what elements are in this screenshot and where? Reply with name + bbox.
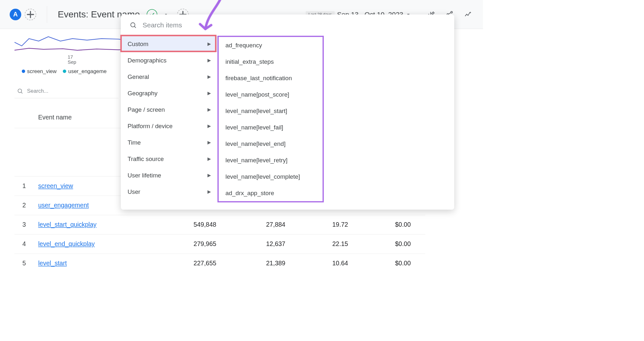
divider — [47, 6, 47, 23]
sparkline-insights-icon — [464, 11, 472, 18]
user-avatar[interactable]: A — [10, 9, 21, 20]
chevron-right-icon: ▶ — [207, 90, 211, 96]
table-search[interactable]: Search... — [14, 84, 119, 98]
category-platform-device[interactable]: Platform / device▶ — [121, 118, 217, 134]
dimension-option[interactable]: initial_extra_steps — [219, 53, 323, 70]
dimension-option[interactable]: level_name[level_start] — [219, 103, 323, 119]
dimension-option[interactable]: level_name[level_end] — [219, 136, 323, 152]
search-icon — [130, 22, 137, 29]
category-page-screen[interactable]: Page / screen▶ — [121, 101, 217, 118]
insights-button[interactable] — [463, 9, 473, 20]
category-list: Custom▶ Demographics▶ General▶ Geography… — [121, 36, 217, 203]
event-link[interactable]: screen_view — [38, 182, 73, 190]
category-general[interactable]: General▶ — [121, 69, 217, 85]
table-row: 3 level_start_quickplay 549,848 27,884 1… — [14, 215, 425, 234]
dimension-picker-popover: Search items Custom▶ Demographics▶ Gener… — [121, 14, 454, 210]
chevron-right-icon: ▶ — [207, 41, 211, 47]
event-link[interactable]: level_start_quickplay — [38, 221, 97, 228]
plus-icon — [25, 9, 36, 20]
table-search-placeholder: Search... — [27, 88, 48, 94]
svg-point-4 — [131, 23, 135, 27]
chevron-right-icon: ▶ — [207, 156, 211, 162]
dimension-option[interactable]: ad_frequency — [219, 37, 323, 53]
popover-search-placeholder: Search items — [143, 21, 182, 29]
dimension-option[interactable]: level_name[level_fail] — [219, 119, 323, 136]
chevron-right-icon: ▶ — [207, 74, 211, 80]
event-link[interactable]: user_engagement — [38, 202, 89, 209]
subdimension-list: ad_frequency initial_extra_steps firebas… — [217, 36, 324, 203]
search-icon — [17, 88, 24, 94]
category-traffic-source[interactable]: Traffic source▶ — [121, 151, 217, 167]
popover-search[interactable]: Search items — [121, 14, 454, 36]
event-link[interactable]: level_end_quickplay — [38, 240, 95, 248]
svg-point-3 — [18, 89, 22, 92]
table-row: 4 level_end_quickplay 279,965 12,637 22.… — [14, 234, 425, 254]
category-demographics[interactable]: Demographics▶ — [121, 52, 217, 69]
dimension-option[interactable]: ad_drx_app_store — [219, 185, 323, 201]
legend-item[interactable]: screen_view — [22, 68, 57, 75]
chevron-right-icon: ▶ — [207, 107, 211, 112]
category-time[interactable]: Time▶ — [121, 134, 217, 151]
chevron-right-icon: ▶ — [207, 189, 211, 194]
legend-item[interactable]: user_engageme — [63, 68, 107, 75]
chevron-right-icon: ▶ — [207, 140, 211, 145]
legend-dot-icon — [63, 70, 66, 73]
chevron-right-icon: ▶ — [207, 58, 211, 63]
dimension-option[interactable]: level_name[level_complete] — [219, 168, 323, 185]
dimension-option[interactable]: level_name[post_score] — [219, 86, 323, 103]
dimension-option[interactable]: level_name[level_retry] — [219, 152, 323, 168]
category-user[interactable]: User▶ — [121, 184, 217, 200]
chevron-right-icon: ▶ — [207, 173, 211, 178]
add-comparison-button[interactable] — [25, 9, 36, 20]
category-user-lifetime[interactable]: User lifetime▶ — [121, 167, 217, 184]
chevron-right-icon: ▶ — [207, 123, 211, 129]
category-geography[interactable]: Geography▶ — [121, 85, 217, 101]
dimension-option[interactable]: firebase_last_notification — [219, 70, 323, 86]
category-custom[interactable]: Custom▶ — [121, 36, 217, 52]
table-row: 5 level_start 227,655 21,389 10.64 $0.00 — [14, 254, 425, 273]
event-link[interactable]: level_start — [38, 260, 67, 267]
legend-dot-icon — [22, 70, 25, 73]
